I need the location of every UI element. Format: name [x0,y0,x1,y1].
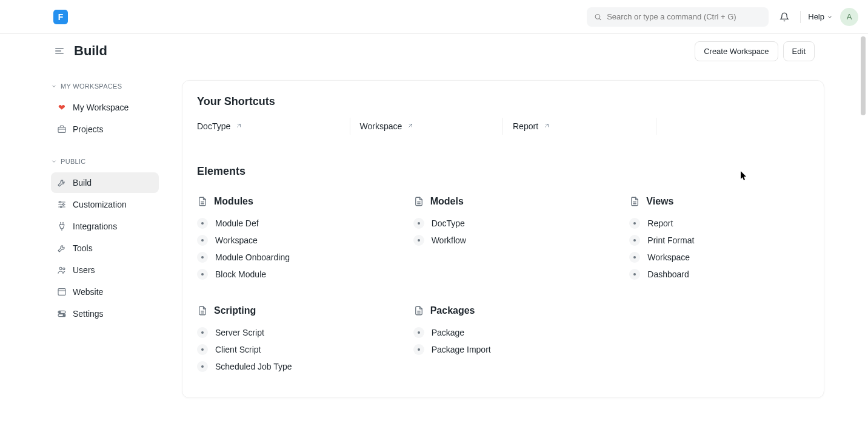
menu-icon [54,46,65,56]
svg-point-18 [59,311,61,313]
file-text-icon [197,305,208,316]
search-box[interactable] [587,7,769,27]
wrench-icon [57,243,67,253]
group-heading[interactable]: Models [413,196,593,207]
bullet-icon [413,327,424,338]
group-item-label: Server Script [215,328,264,337]
group-heading[interactable]: Scripting [197,305,377,316]
group-item[interactable]: Report [629,217,809,230]
group-item[interactable]: Workspace [629,251,809,264]
chevron-down-icon [51,158,57,164]
help-dropdown[interactable]: Help [808,12,833,21]
group-heading-label: Models [430,196,464,207]
svg-point-20 [63,314,65,316]
bullet-icon [197,269,208,280]
sidebar-item-build[interactable]: Build [51,172,159,193]
sidebar-item-settings[interactable]: Settings [51,303,159,324]
group-item[interactable]: Workspace [197,234,377,247]
svg-line-21 [238,124,241,127]
group-item-label: Workflow [432,235,466,245]
app-logo[interactable]: F [53,10,68,24]
scrollbar-track[interactable] [861,36,866,424]
group-item-label: Report [647,218,673,228]
arrow-ne-icon [407,121,414,131]
sliders-icon [57,200,67,209]
file-text-icon [413,196,424,207]
group-item[interactable]: Package [413,326,593,339]
bullet-icon [197,344,208,355]
toggle-icon [57,309,67,319]
group-item[interactable]: Workflow [413,234,593,247]
sidebar-item-label: Integrations [73,221,117,231]
svg-point-10 [59,201,61,203]
shortcut-workspace[interactable]: Workspace [350,118,504,135]
browser-icon [57,287,67,297]
create-workspace-button[interactable]: Create Workspace [695,41,778,61]
search-icon [594,13,602,21]
shortcut-empty [656,118,810,135]
sidebar-item-tools[interactable]: Tools [51,238,159,259]
group-item[interactable]: Block Module [197,268,377,281]
file-text-icon [197,196,208,207]
page-title: Build [74,43,107,59]
group-heading[interactable]: Modules [197,196,377,207]
chevron-down-icon [51,83,57,89]
element-group-packages: PackagesPackagePackage Import [413,305,593,373]
sidebar-item-website[interactable]: Website [51,282,159,302]
sidebar-item-label: Customization [73,200,127,209]
edit-button[interactable]: Edit [783,41,815,61]
group-item[interactable]: Module Def [197,217,377,230]
element-group-scripting: ScriptingServer ScriptClient ScriptSched… [197,305,377,373]
bullet-icon [629,235,640,246]
svg-point-12 [60,206,62,208]
sidebar-item-label: Users [73,265,95,275]
help-label: Help [808,12,824,21]
page-header: Build Create Workspace Edit [0,34,868,68]
group-heading-label: Scripting [214,305,256,316]
heart-icon: ❤ [57,103,67,112]
sidebar-item-users[interactable]: Users [51,260,159,280]
sidebar-item-projects[interactable]: Projects [51,119,159,140]
divider [800,11,801,23]
search-input[interactable] [607,12,761,21]
group-heading-label: Views [646,196,673,207]
group-item-label: Workspace [215,235,258,245]
sidebar-item-my-workspace[interactable]: ❤My Workspace [51,97,159,118]
shortcut-label: DocType [197,121,230,131]
arrow-ne-icon [235,121,242,131]
shortcuts-heading: Your Shortcuts [197,95,809,108]
bullet-icon [629,269,640,280]
group-item[interactable]: Dashboard [629,268,809,281]
group-item[interactable]: Server Script [197,326,377,339]
svg-line-23 [546,124,549,127]
scrollbar-thumb[interactable] [861,36,866,115]
bullet-icon [629,252,640,263]
group-item-label: DocType [432,218,465,228]
group-item[interactable]: Package Import [413,343,593,356]
svg-rect-15 [58,289,65,296]
sidebar-section-my-workspaces[interactable]: MY WORKSPACES [51,83,159,90]
plug-icon [57,221,67,231]
sidebar-toggle[interactable] [53,45,65,57]
group-item[interactable]: Client Script [197,343,377,356]
bullet-icon [197,235,208,246]
bell-icon [780,12,789,22]
group-heading[interactable]: Views [629,196,809,207]
group-item[interactable]: DocType [413,217,593,230]
avatar[interactable]: A [840,8,858,26]
group-item-label: Module Def [215,218,259,228]
sidebar-item-customization[interactable]: Customization [51,194,159,215]
group-item-label: Dashboard [647,269,689,279]
shortcut-report[interactable]: Report [503,118,656,135]
element-group-models: ModelsDocTypeWorkflow [413,196,593,281]
group-heading[interactable]: Packages [413,305,593,316]
bullet-icon [629,218,640,229]
sidebar-section-public[interactable]: PUBLIC [51,158,159,165]
sidebar-item-integrations[interactable]: Integrations [51,216,159,237]
group-item[interactable]: Scheduled Job Type [197,360,377,373]
shortcut-doctype[interactable]: DocType [197,118,350,135]
group-item[interactable]: Module Onboarding [197,251,377,264]
notifications-button[interactable] [776,8,793,25]
bullet-icon [197,361,208,372]
group-item[interactable]: Print Format [629,234,809,247]
